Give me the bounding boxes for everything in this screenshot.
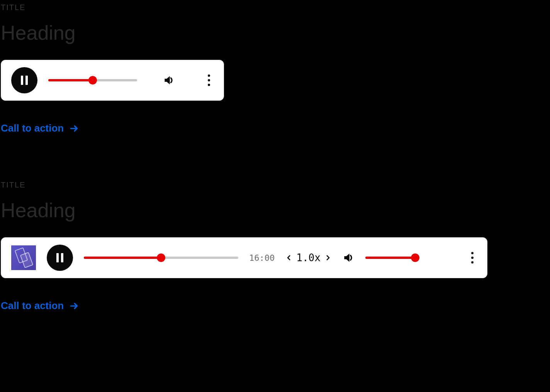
heading: Heading <box>1 199 550 222</box>
audio-player-compact <box>1 60 224 101</box>
chevron-right-icon[interactable] <box>324 254 331 261</box>
more-menu-button[interactable] <box>204 74 214 86</box>
dot-icon <box>208 74 210 77</box>
heading: Heading <box>1 21 550 44</box>
dot-icon <box>208 84 210 86</box>
volume-icon[interactable] <box>163 74 175 86</box>
progress-scrubber[interactable] <box>48 76 137 84</box>
arrow-right-icon <box>69 301 79 311</box>
volume-slider[interactable] <box>365 254 419 262</box>
cta-label: Call to action <box>1 122 64 134</box>
overline: TITLE <box>1 3 550 12</box>
section-small-player: TITLE Heading Call to action <box>1 3 550 134</box>
track-thumbnail <box>11 245 36 270</box>
pause-icon <box>56 253 63 262</box>
dot-icon <box>471 257 474 259</box>
chevron-left-icon[interactable] <box>285 254 292 261</box>
volume-icon[interactable] <box>342 252 355 264</box>
dot-icon <box>208 79 210 81</box>
speed-value: 1.0x <box>296 252 321 264</box>
dot-icon <box>471 261 474 264</box>
playback-speed: 1.0x <box>285 252 331 264</box>
elapsed-time: 16:00 <box>249 253 275 263</box>
overline: TITLE <box>1 181 550 189</box>
pause-button[interactable] <box>47 245 73 271</box>
cta-link[interactable]: Call to action <box>1 300 550 312</box>
cta-link[interactable]: Call to action <box>1 122 550 134</box>
arrow-right-icon <box>69 123 79 133</box>
audio-player-full: 16:00 1.0x <box>1 237 487 278</box>
section-large-player: TITLE Heading 16:00 1.0x <box>1 181 550 312</box>
pause-icon <box>21 76 28 85</box>
pause-button[interactable] <box>11 67 37 93</box>
cta-label: Call to action <box>1 300 64 312</box>
progress-scrubber[interactable] <box>84 254 238 262</box>
dot-icon <box>471 252 474 254</box>
more-menu-button[interactable] <box>468 252 477 264</box>
